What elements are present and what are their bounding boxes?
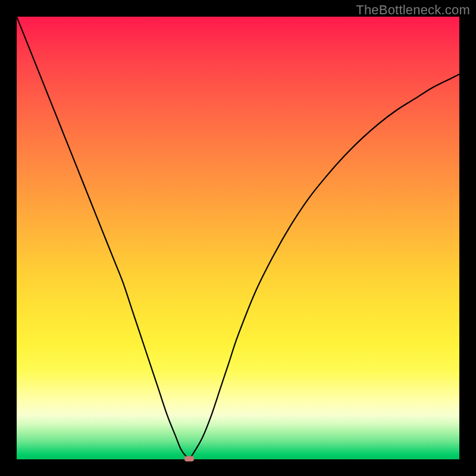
optimal-marker (184, 456, 194, 461)
watermark-text: TheBottleneck.com (356, 2, 470, 18)
curve-path (17, 17, 459, 458)
chart-frame: TheBottleneck.com (0, 0, 476, 476)
bottleneck-curve (17, 17, 459, 459)
chart-plot-area (17, 17, 459, 459)
